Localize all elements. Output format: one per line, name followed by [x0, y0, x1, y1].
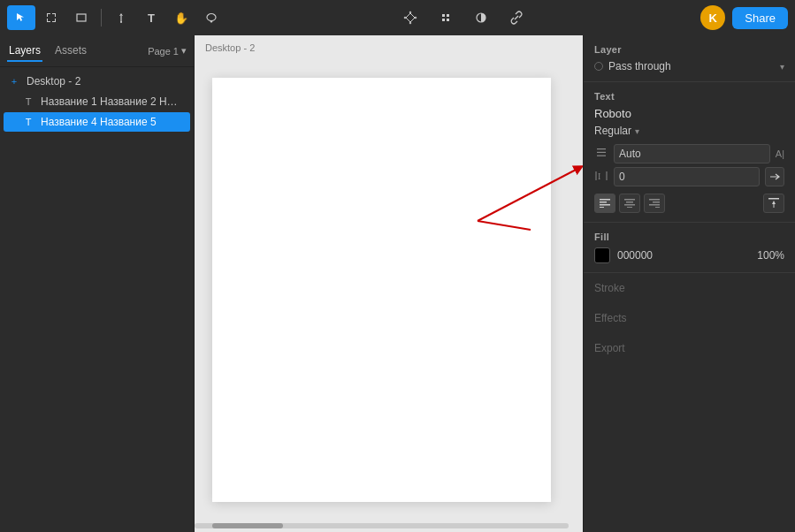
- svg-rect-37: [768, 198, 779, 200]
- letter-spacing-row: I 0: [594, 167, 784, 186]
- export-section-label: Export: [594, 342, 625, 354]
- canvas-breadcrumb: Desktop - 2: [195, 35, 583, 60]
- text-tool[interactable]: T: [137, 5, 165, 30]
- svg-point-10: [207, 14, 216, 21]
- svg-rect-20: [597, 151, 606, 152]
- fill-hex-value[interactable]: 000000: [617, 249, 750, 262]
- main-layout: Layers Assets Page 1 ▾ + Desktop - 2 T Н…: [0, 35, 795, 532]
- frame-icon: +: [7, 76, 21, 87]
- text-icon: T: [21, 117, 35, 127]
- fill-row: 000000 100%: [594, 247, 784, 263]
- layer-name: Desktop - 2: [27, 75, 80, 87]
- svg-rect-31: [624, 204, 635, 206]
- svg-rect-25: [600, 199, 610, 201]
- letter-spacing-expand[interactable]: [765, 167, 784, 186]
- comment-tool[interactable]: [197, 5, 226, 30]
- blend-mode-label[interactable]: Pass through: [608, 60, 775, 72]
- fill-color-swatch[interactable]: [594, 247, 610, 263]
- plugin-tool[interactable]: [432, 5, 460, 30]
- svg-rect-19: [597, 148, 606, 149]
- font-name[interactable]: Roboto: [594, 107, 631, 120]
- blend-mode-chevron: ▾: [780, 62, 784, 72]
- fill-section: Fill 000000 100%: [584, 223, 795, 273]
- svg-rect-32: [627, 207, 632, 208]
- link-tool[interactable]: [502, 5, 531, 30]
- toolbar: T ✋: [0, 0, 795, 35]
- component-tool[interactable]: [396, 5, 424, 30]
- svg-rect-28: [600, 207, 604, 208]
- select-tool[interactable]: [7, 5, 35, 30]
- breadcrumb-label: Desktop - 2: [205, 42, 255, 53]
- svg-rect-34: [653, 201, 660, 203]
- svg-rect-29: [624, 199, 635, 201]
- layer-name: Название 4 Название 5: [41, 116, 157, 128]
- scrollbar-track: [195, 523, 569, 528]
- toolbar-tools-center: [229, 5, 697, 30]
- blend-mode-row: Pass through ▾: [594, 60, 784, 72]
- svg-rect-6: [55, 13, 56, 17]
- layer-list: + Desktop - 2 T Название 1 Название 2 На…: [0, 67, 194, 532]
- svg-rect-38: [774, 204, 775, 208]
- letter-spacing-value[interactable]: 0: [614, 167, 760, 186]
- page-selector[interactable]: Page 1 ▾: [148, 45, 187, 57]
- fill-opacity-value[interactable]: 100%: [757, 249, 784, 262]
- right-panel: Layer Pass through ▾ Text Roboto Regular…: [583, 35, 795, 532]
- rectangle-tool[interactable]: [67, 5, 96, 30]
- hand-tool[interactable]: ✋: [167, 5, 195, 30]
- scrollbar-thumb[interactable]: [212, 523, 283, 528]
- effects-section: Effects: [584, 303, 795, 333]
- svg-point-9: [120, 21, 122, 23]
- layer-section: Layer Pass through ▾: [584, 35, 795, 82]
- svg-rect-36: [655, 207, 660, 208]
- chevron-down-icon: ▾: [181, 45, 187, 57]
- share-button[interactable]: Share: [732, 7, 788, 29]
- vertical-align-top-btn[interactable]: [763, 194, 784, 213]
- user-avatar[interactable]: K: [700, 5, 725, 30]
- toolbar-right: K Share: [700, 5, 788, 30]
- svg-rect-7: [55, 19, 56, 22]
- stroke-section: Stroke: [584, 273, 795, 303]
- svg-text:I: I: [598, 171, 600, 181]
- line-height-right-icon: A|: [776, 148, 784, 159]
- tab-assets[interactable]: Assets: [53, 41, 88, 62]
- svg-rect-21: [597, 155, 606, 156]
- stroke-section-label: Stroke: [594, 282, 625, 294]
- toolbar-separator-1: [101, 9, 102, 27]
- letter-spacing-icon: I: [594, 170, 608, 184]
- export-section: Export: [584, 333, 795, 363]
- canvas-scrollbar-horizontal[interactable]: [195, 523, 569, 530]
- left-panel: Layers Assets Page 1 ▾ + Desktop - 2 T Н…: [0, 35, 195, 532]
- line-height-icon: [594, 147, 608, 162]
- align-center-btn[interactable]: [619, 194, 640, 213]
- font-style-label[interactable]: Regular: [594, 125, 631, 137]
- mask-tool[interactable]: [467, 5, 495, 30]
- svg-rect-26: [600, 201, 607, 203]
- canvas-content[interactable]: [195, 60, 569, 518]
- toolbar-tools-left: T ✋: [7, 5, 226, 30]
- line-height-row: Auto A|: [594, 144, 784, 163]
- text-section: Text Roboto Regular ▾: [584, 82, 795, 223]
- layer-item-desktop2[interactable]: + Desktop - 2: [4, 72, 190, 91]
- blend-mode-radio[interactable]: [594, 62, 603, 71]
- layer-item-text1[interactable]: T Название 1 Название 2 Назв...: [4, 92, 190, 111]
- canvas-area: Desktop - 2: [195, 35, 583, 532]
- line-height-value[interactable]: Auto: [614, 144, 770, 163]
- tab-layers[interactable]: Layers: [7, 41, 42, 62]
- svg-rect-8: [77, 14, 86, 21]
- canvas-frame: [212, 78, 551, 502]
- svg-rect-30: [626, 201, 633, 203]
- layer-item-text2[interactable]: T Название 4 Название 5: [4, 112, 190, 132]
- align-left-btn[interactable]: [594, 194, 615, 213]
- text-alignment-row: [594, 194, 784, 213]
- svg-rect-33: [649, 199, 660, 201]
- svg-rect-27: [600, 204, 610, 206]
- align-right-btn[interactable]: [644, 194, 665, 213]
- font-style-chevron: ▾: [635, 126, 639, 136]
- pen-tool[interactable]: [107, 5, 135, 30]
- layer-name: Название 1 Название 2 Назв...: [41, 95, 183, 108]
- frame-tool[interactable]: [37, 5, 65, 30]
- text-section-title: Text: [594, 91, 784, 102]
- effects-section-label: Effects: [594, 312, 626, 324]
- svg-rect-35: [649, 204, 660, 206]
- layer-section-title: Layer: [594, 44, 784, 55]
